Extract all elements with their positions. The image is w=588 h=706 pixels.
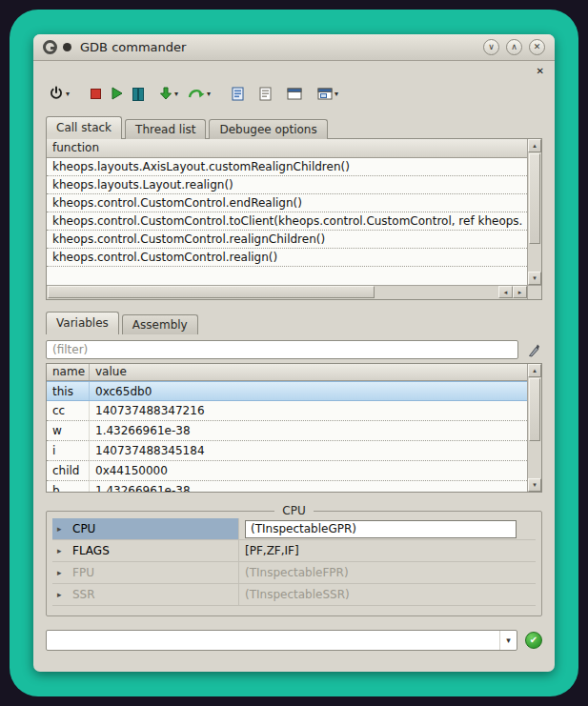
tab-assembly[interactable]: Assembly (122, 314, 198, 334)
cpu-row-name: ▸ FLAGS (52, 540, 239, 561)
callstack-row[interactable]: kheops.control.CustomControl.realign() (47, 249, 527, 267)
scroll-down-button[interactable]: ▾ (528, 272, 541, 285)
variables-row[interactable]: w 1.43266961e-38 (47, 421, 527, 441)
memory-window-button[interactable]: ▾ (314, 82, 341, 105)
cpu-value-editor[interactable]: (TInspectableGPR) (245, 520, 517, 538)
tab-thread-list[interactable]: Thread list (125, 119, 206, 139)
callstack-vertical-scrollbar[interactable]: ▴ ▾ (527, 139, 541, 285)
scroll-right-button[interactable]: ▸ (513, 286, 527, 298)
watch-window-button[interactable] (284, 82, 305, 105)
close-button[interactable]: ✕ (529, 39, 545, 55)
scroll-up-button[interactable]: ▴ (528, 364, 541, 377)
check-icon: ✔ (530, 635, 537, 645)
callstack-row[interactable]: kheops.layouts.Layout.realign() (47, 176, 527, 194)
app-icon (43, 40, 57, 54)
callstack-row[interactable]: kheops.control.CustomControl.endRealign(… (47, 194, 527, 212)
column-name: name (47, 364, 90, 380)
variable-value: 1.43266961e-38 (90, 481, 527, 493)
execute-button[interactable]: ✔ (525, 632, 542, 649)
column-value: value (90, 364, 527, 380)
panel-close-icon[interactable]: ✕ (537, 66, 544, 76)
callstack-tabbar: Call stack Thread list Debugee options (46, 116, 542, 139)
cpu-row[interactable]: ▸ CPU (TInspectableGPR) (52, 518, 536, 540)
callstack-horizontal-scrollbar[interactable]: ◂ ▸ (47, 285, 527, 299)
scroll-thumb[interactable] (529, 153, 540, 244)
minimize-button[interactable]: ∨ (483, 39, 499, 55)
titlebar[interactable]: GDB commander ∨ ∧ ✕ (33, 34, 555, 61)
tab-variables[interactable]: Variables (46, 312, 119, 334)
chevron-down-icon[interactable]: ▾ (174, 90, 178, 98)
callstack-row[interactable]: kheops.layouts.AxisLayout.customRealignC… (47, 158, 527, 176)
cpu-row-name: ▸ SSR (52, 584, 239, 605)
watch-window-icon (287, 88, 302, 100)
chevron-down-icon[interactable]: ▾ (335, 90, 338, 98)
cpu-row-value: (TInspectableGPR) (239, 518, 536, 539)
power-button[interactable]: ▾ (46, 82, 72, 105)
cpu-row-value: [PF,ZF,IF] (239, 540, 536, 561)
step-over-icon (188, 87, 205, 100)
command-input[interactable] (48, 632, 498, 649)
cpu-row-name: ▸ CPU (52, 518, 239, 539)
variables-header: name value (47, 364, 527, 381)
scroll-up-button[interactable]: ▴ (528, 139, 541, 152)
call-log-button[interactable] (256, 82, 274, 105)
combo-dropdown-button[interactable]: ▾ (499, 631, 517, 650)
step-over-button[interactable]: ▾ (185, 82, 213, 105)
callstack-list: function kheops.layouts.AxisLayout.custo… (46, 138, 542, 300)
callstack-row[interactable]: kheops.control.CustomControl.toClient(kh… (47, 212, 527, 231)
scroll-left-button[interactable]: ◂ (498, 286, 513, 298)
cpu-row[interactable]: ▸ FLAGS [PF,ZF,IF] (52, 540, 536, 562)
scroll-thumb[interactable] (529, 378, 540, 441)
variables-row[interactable]: i 140737488345184 (47, 441, 527, 461)
callstack-row[interactable]: kheops.control.CustomControl.realignChil… (47, 231, 527, 249)
variable-name: this (47, 382, 90, 400)
filter-input[interactable] (46, 340, 518, 359)
variable-value: 0xc65db0 (90, 382, 527, 400)
variable-value: 1.43266961e-38 (90, 421, 527, 440)
cpu-group-title: CPU (274, 504, 313, 517)
maximize-button[interactable]: ∧ (506, 39, 522, 55)
pause-button[interactable] (130, 82, 147, 105)
messages-button[interactable] (229, 82, 247, 105)
chevron-down-icon[interactable]: ▾ (66, 90, 70, 98)
step-into-button[interactable]: ▾ (156, 82, 181, 105)
step-into-icon (159, 87, 172, 100)
variable-name: w (47, 421, 90, 440)
cpu-row-label: CPU (72, 522, 95, 535)
variables-row[interactable]: this 0xc65db0 (47, 381, 527, 401)
scrollbar-corner (527, 285, 541, 299)
variable-name: i (47, 441, 90, 460)
brush-icon (526, 343, 540, 357)
scroll-thumb[interactable] (48, 286, 375, 298)
cpu-inspector-grid: ▸ CPU (TInspectableGPR) ▸ FLAGS [PF,ZF,I… (52, 518, 536, 606)
scroll-down-button[interactable]: ▾ (528, 478, 541, 492)
expander-icon[interactable]: ▸ (57, 547, 66, 555)
stop-button[interactable] (88, 82, 104, 105)
variables-vertical-scrollbar[interactable]: ▴ ▾ (527, 364, 541, 492)
expander-icon[interactable]: ▸ (57, 525, 66, 534)
chevron-down-icon[interactable]: ▾ (207, 90, 211, 98)
command-row: ▾ ✔ (46, 630, 542, 651)
run-button[interactable] (108, 82, 126, 105)
cpu-row-value: (TInspectableSSR) (239, 584, 536, 605)
cpu-row-label: FLAGS (72, 544, 110, 557)
cpu-row-label: SSR (72, 588, 95, 601)
callstack-column-header: function (47, 139, 527, 158)
expander-icon[interactable]: ▸ (57, 569, 66, 577)
client-area: ✕ ▾ ▾ (33, 61, 555, 671)
variables-row[interactable]: child 0x44150000 (47, 461, 527, 481)
command-combobox[interactable]: ▾ (46, 630, 517, 651)
tab-call-stack[interactable]: Call stack (46, 116, 122, 139)
window-title: GDB commander (80, 40, 186, 54)
teal-frame: GDB commander ∨ ∧ ✕ ✕ ▾ (10, 10, 578, 696)
tab-debugee-options[interactable]: Debugee options (209, 119, 327, 139)
cpu-row[interactable]: ▸ SSR (TInspectableSSR) (52, 584, 536, 606)
cpu-groupbox: CPU ▸ CPU (TInspectableGPR) ▸ (46, 504, 542, 616)
cpu-row[interactable]: ▸ FPU (TInspectableFPR) (52, 562, 536, 584)
cpu-row-label: FPU (72, 566, 94, 579)
variable-name: cc (47, 401, 90, 420)
filter-brush-button[interactable] (523, 340, 542, 359)
variables-row[interactable]: cc 140737488347216 (47, 401, 527, 421)
variables-row[interactable]: b 1.43266961e-38 (47, 481, 527, 493)
expander-icon[interactable]: ▸ (57, 591, 66, 599)
